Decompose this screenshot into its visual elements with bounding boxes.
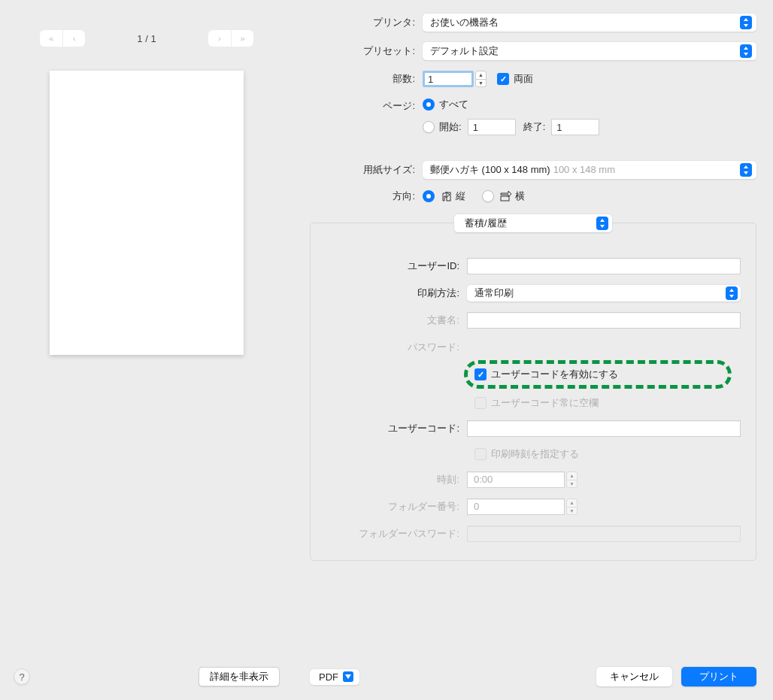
enable-user-code-checkbox[interactable] [474, 368, 487, 380]
stepper-down-icon: ▼ [566, 508, 577, 516]
panel-tab-select[interactable]: 蓄積/履歴 [454, 214, 612, 232]
time-input: 0:00 [467, 471, 565, 488]
folder-number-stepper: ▲ ▼ [566, 498, 577, 515]
copies-label: 部数: [310, 72, 423, 86]
paper-size-label: 用紙サイズ: [310, 163, 423, 177]
pages-all-label: すべて [439, 98, 468, 111]
document-name-input[interactable] [467, 312, 741, 329]
paper-size-value: 郵便ハガキ (100 x 148 mm)100 x 148 mm [430, 163, 615, 177]
document-name-label: 文書名: [317, 314, 467, 327]
print-method-label: 印刷方法: [317, 286, 467, 300]
paper-size-select[interactable]: 郵便ハガキ (100 x 148 mm)100 x 148 mm [423, 161, 756, 179]
last-page-button[interactable]: » [231, 30, 253, 47]
prev-button-group: « ‹ [40, 30, 85, 47]
folder-password-label: フォルダーパスワード: [317, 527, 467, 541]
folder-number-input: 0 [467, 498, 565, 515]
next-button-group: › » [208, 30, 253, 47]
folder-number-label: フォルダー番号: [317, 500, 467, 514]
print-method-select[interactable]: 通常印刷 [467, 285, 741, 302]
pages-label: ページ: [310, 98, 423, 113]
portrait-label: 縦 [456, 189, 465, 203]
user-code-always-blank-label: ユーザーコード常に空欄 [491, 396, 599, 410]
specify-print-time-checkbox [474, 448, 487, 460]
password-label: パスワード: [317, 341, 467, 354]
orientation-landscape-radio[interactable] [482, 190, 494, 202]
duplex-label: 両面 [514, 72, 533, 86]
preview-nav: « ‹ 1 / 1 › » [14, 14, 280, 57]
stepper-up-icon[interactable]: ▲ [475, 71, 487, 80]
pdf-label: PDF [319, 671, 338, 683]
select-arrows-icon [740, 16, 752, 29]
page-indicator: 1 / 1 [137, 33, 156, 44]
print-method-value: 通常印刷 [474, 286, 514, 300]
pages-from-label: 開始: [439, 120, 462, 134]
time-stepper: ▲ ▼ [566, 471, 577, 488]
preset-label: プリセット: [310, 44, 423, 58]
help-button[interactable]: ? [14, 668, 30, 685]
pages-to-label: 終了: [523, 120, 546, 134]
stepper-down-icon: ▼ [566, 480, 577, 489]
copies-input[interactable] [423, 71, 474, 87]
page-preview [50, 71, 244, 355]
panel-tab-value: 蓄積/履歴 [465, 217, 507, 230]
pages-all-radio[interactable] [423, 98, 435, 111]
prev-page-button[interactable]: ‹ [62, 30, 85, 47]
printer-value: お使いの機器名 [430, 16, 499, 29]
user-code-input[interactable] [467, 420, 741, 437]
select-arrows-icon [740, 163, 752, 177]
preview-panel: « ‹ 1 / 1 › » ? 詳細を非表示 [0, 0, 293, 700]
copies-stepper[interactable]: ▲ ▼ [475, 71, 487, 87]
preset-select[interactable]: デフォルト設定 [423, 42, 756, 60]
options-panel: 蓄積/履歴 ユーザーID: 印刷方法: 通常印刷 [310, 223, 756, 561]
select-arrows-icon [740, 44, 752, 58]
portrait-icon [439, 190, 453, 202]
select-arrows-icon [596, 217, 608, 230]
stepper-down-icon[interactable]: ▼ [475, 80, 487, 88]
enable-user-code-highlight: ユーザーコードを有効にする [464, 360, 732, 389]
stepper-up-icon: ▲ [566, 471, 577, 480]
select-arrows-icon [726, 286, 738, 300]
hide-details-button[interactable]: 詳細を非表示 [199, 667, 280, 686]
landscape-label: 横 [515, 189, 525, 203]
stepper-up-icon: ▲ [566, 498, 577, 508]
cancel-button[interactable]: キャンセル [596, 667, 672, 686]
pages-range-radio[interactable] [423, 121, 435, 133]
settings-panel: プリンタ: お使いの機器名 プリセット: デフォルト設定 部数: [293, 0, 773, 700]
folder-password-input [467, 526, 741, 542]
specify-print-time-label: 印刷時刻を指定する [491, 447, 579, 461]
print-button[interactable]: プリント [681, 667, 756, 686]
orientation-portrait-radio[interactable] [423, 190, 435, 202]
user-code-label: ユーザーコード: [317, 422, 467, 435]
svg-rect-1 [501, 196, 509, 201]
first-page-button[interactable]: « [40, 30, 62, 47]
user-id-input[interactable] [467, 258, 741, 274]
enable-user-code-label: ユーザーコードを有効にする [491, 368, 618, 381]
landscape-icon [499, 190, 512, 202]
user-code-always-blank-checkbox [474, 397, 487, 409]
next-page-button[interactable]: › [208, 30, 231, 47]
orientation-label: 方向: [310, 189, 423, 203]
preset-value: デフォルト設定 [430, 44, 499, 58]
time-label: 時刻: [317, 473, 467, 486]
pages-from-input[interactable] [468, 119, 516, 135]
duplex-checkbox[interactable] [497, 73, 509, 85]
pages-to-input[interactable] [551, 119, 599, 135]
printer-select[interactable]: お使いの機器名 [423, 14, 756, 32]
user-id-label: ユーザーID: [317, 259, 467, 273]
printer-label: プリンタ: [310, 16, 423, 29]
chevron-down-icon [343, 671, 353, 682]
pdf-menu-button[interactable]: PDF [310, 669, 359, 685]
